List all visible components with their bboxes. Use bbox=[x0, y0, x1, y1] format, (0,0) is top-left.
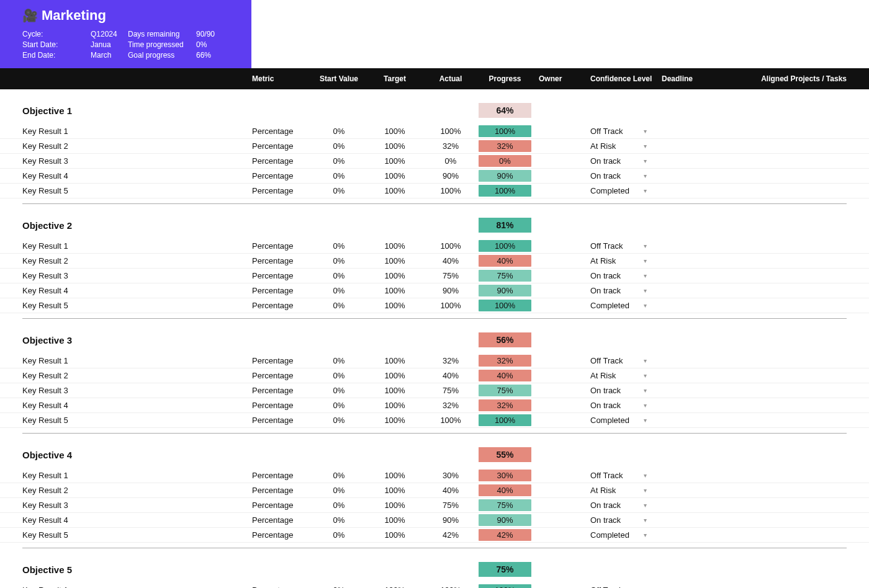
kr-name[interactable]: Key Result 2 bbox=[22, 256, 252, 265]
kr-confidence-dropdown[interactable]: Completed▾ bbox=[590, 530, 649, 540]
kr-start[interactable]: 0% bbox=[311, 127, 367, 136]
kr-metric[interactable]: Percentage bbox=[252, 586, 311, 588]
chevron-down-icon[interactable]: ▾ bbox=[641, 158, 649, 164]
kr-start[interactable]: 0% bbox=[311, 241, 367, 251]
kr-name[interactable]: Key Result 1 bbox=[22, 241, 252, 251]
kr-target[interactable]: 100% bbox=[367, 586, 423, 588]
kr-metric[interactable]: Percentage bbox=[252, 141, 311, 151]
kr-metric[interactable]: Percentage bbox=[252, 416, 311, 425]
kr-target[interactable]: 100% bbox=[367, 371, 423, 380]
kr-confidence-dropdown[interactable]: On track▾ bbox=[590, 501, 649, 510]
chevron-down-icon[interactable]: ▾ bbox=[641, 472, 649, 479]
kr-actual[interactable]: 40% bbox=[423, 371, 479, 380]
kr-metric[interactable]: Percentage bbox=[252, 401, 311, 410]
chevron-down-icon[interactable]: ▾ bbox=[641, 172, 649, 179]
kr-target[interactable]: 100% bbox=[367, 386, 423, 395]
kr-target[interactable]: 100% bbox=[367, 515, 423, 525]
kr-actual[interactable]: 75% bbox=[423, 501, 479, 510]
kr-actual[interactable]: 30% bbox=[423, 471, 479, 480]
kr-actual[interactable]: 100% bbox=[423, 186, 479, 195]
kr-confidence-dropdown[interactable]: At Risk▾ bbox=[590, 256, 649, 265]
kr-start[interactable]: 0% bbox=[311, 271, 367, 280]
kr-start[interactable]: 0% bbox=[311, 186, 367, 195]
kr-confidence-dropdown[interactable]: Off Track▾ bbox=[590, 471, 649, 480]
chevron-down-icon[interactable]: ▾ bbox=[641, 287, 649, 294]
kr-confidence-dropdown[interactable]: Off Track▾ bbox=[590, 586, 649, 588]
kr-metric[interactable]: Percentage bbox=[252, 530, 311, 540]
kr-metric[interactable]: Percentage bbox=[252, 171, 311, 180]
kr-start[interactable]: 0% bbox=[311, 356, 367, 365]
kr-confidence-dropdown[interactable]: On track▾ bbox=[590, 156, 649, 166]
kr-confidence-dropdown[interactable]: At Risk▾ bbox=[590, 141, 649, 151]
kr-actual[interactable]: 90% bbox=[423, 515, 479, 525]
kr-name[interactable]: Key Result 2 bbox=[22, 486, 252, 495]
chevron-down-icon[interactable]: ▾ bbox=[641, 128, 649, 135]
chevron-down-icon[interactable]: ▾ bbox=[641, 417, 649, 424]
kr-actual[interactable]: 42% bbox=[423, 530, 479, 540]
kr-name[interactable]: Key Result 4 bbox=[22, 515, 252, 525]
kr-name[interactable]: Key Result 5 bbox=[22, 301, 252, 310]
kr-target[interactable]: 100% bbox=[367, 301, 423, 310]
chevron-down-icon[interactable]: ▾ bbox=[641, 402, 649, 409]
kr-metric[interactable]: Percentage bbox=[252, 371, 311, 380]
kr-start[interactable]: 0% bbox=[311, 371, 367, 380]
kr-actual[interactable]: 90% bbox=[423, 286, 479, 295]
chevron-down-icon[interactable]: ▾ bbox=[641, 257, 649, 264]
kr-confidence-dropdown[interactable]: On track▾ bbox=[590, 515, 649, 525]
kr-target[interactable]: 100% bbox=[367, 501, 423, 510]
kr-actual[interactable]: 100% bbox=[423, 301, 479, 310]
kr-name[interactable]: Key Result 1 bbox=[22, 586, 252, 588]
chevron-down-icon[interactable]: ▾ bbox=[641, 243, 649, 249]
kr-start[interactable]: 0% bbox=[311, 401, 367, 410]
kr-actual[interactable]: 100% bbox=[423, 416, 479, 425]
kr-name[interactable]: Key Result 3 bbox=[22, 386, 252, 395]
kr-name[interactable]: Key Result 1 bbox=[22, 127, 252, 136]
kr-actual[interactable]: 90% bbox=[423, 171, 479, 180]
kr-name[interactable]: Key Result 4 bbox=[22, 286, 252, 295]
kr-target[interactable]: 100% bbox=[367, 471, 423, 480]
kr-confidence-dropdown[interactable]: On track▾ bbox=[590, 386, 649, 395]
chevron-down-icon[interactable]: ▾ bbox=[641, 357, 649, 364]
kr-target[interactable]: 100% bbox=[367, 171, 423, 180]
kr-name[interactable]: Key Result 3 bbox=[22, 156, 252, 166]
kr-target[interactable]: 100% bbox=[367, 401, 423, 410]
kr-actual[interactable]: 0% bbox=[423, 156, 479, 166]
chevron-down-icon[interactable]: ▾ bbox=[641, 517, 649, 523]
kr-confidence-dropdown[interactable]: On track▾ bbox=[590, 286, 649, 295]
kr-name[interactable]: Key Result 5 bbox=[22, 416, 252, 425]
chevron-down-icon[interactable]: ▾ bbox=[641, 272, 649, 279]
kr-target[interactable]: 100% bbox=[367, 416, 423, 425]
kr-start[interactable]: 0% bbox=[311, 256, 367, 265]
chevron-down-icon[interactable]: ▾ bbox=[641, 143, 649, 149]
kr-actual[interactable]: 40% bbox=[423, 256, 479, 265]
kr-metric[interactable]: Percentage bbox=[252, 386, 311, 395]
kr-actual[interactable]: 75% bbox=[423, 386, 479, 395]
kr-metric[interactable]: Percentage bbox=[252, 286, 311, 295]
kr-start[interactable]: 0% bbox=[311, 286, 367, 295]
kr-name[interactable]: Key Result 3 bbox=[22, 271, 252, 280]
chevron-down-icon[interactable]: ▾ bbox=[641, 387, 649, 394]
kr-start[interactable]: 0% bbox=[311, 515, 367, 525]
kr-confidence-dropdown[interactable]: Off Track▾ bbox=[590, 356, 649, 365]
chevron-down-icon[interactable]: ▾ bbox=[641, 187, 649, 194]
kr-target[interactable]: 100% bbox=[367, 127, 423, 136]
kr-confidence-dropdown[interactable]: On track▾ bbox=[590, 171, 649, 180]
kr-start[interactable]: 0% bbox=[311, 416, 367, 425]
kr-start[interactable]: 0% bbox=[311, 471, 367, 480]
kr-target[interactable]: 100% bbox=[367, 286, 423, 295]
kr-metric[interactable]: Percentage bbox=[252, 501, 311, 510]
kr-confidence-dropdown[interactable]: At Risk▾ bbox=[590, 486, 649, 495]
kr-confidence-dropdown[interactable]: On track▾ bbox=[590, 271, 649, 280]
kr-start[interactable]: 0% bbox=[311, 301, 367, 310]
kr-metric[interactable]: Percentage bbox=[252, 471, 311, 480]
kr-metric[interactable]: Percentage bbox=[252, 271, 311, 280]
kr-metric[interactable]: Percentage bbox=[252, 241, 311, 251]
kr-target[interactable]: 100% bbox=[367, 256, 423, 265]
kr-name[interactable]: Key Result 3 bbox=[22, 501, 252, 510]
kr-confidence-dropdown[interactable]: At Risk▾ bbox=[590, 371, 649, 380]
kr-start[interactable]: 0% bbox=[311, 486, 367, 495]
kr-actual[interactable]: 100% bbox=[423, 241, 479, 251]
chevron-down-icon[interactable]: ▾ bbox=[641, 487, 649, 494]
kr-name[interactable]: Key Result 1 bbox=[22, 471, 252, 480]
kr-metric[interactable]: Percentage bbox=[252, 186, 311, 195]
